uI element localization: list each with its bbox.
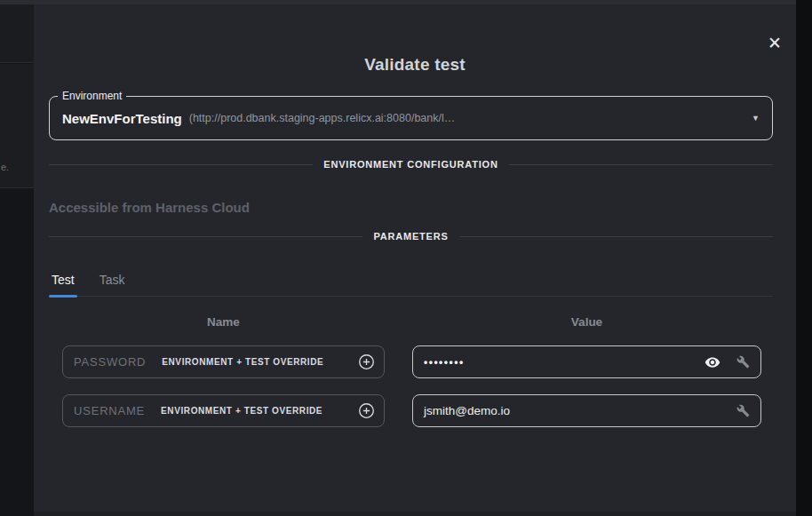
- divider-line: [459, 236, 773, 237]
- close-icon[interactable]: ✕: [762, 30, 787, 55]
- parameters-heading: PARAMETERS: [373, 231, 448, 242]
- password-name-field[interactable]: PASSWORD ENVIRONMENT + TEST OVERRIDE: [62, 345, 385, 378]
- table-row-username: USERNAME ENVIRONMENT + TEST OVERRIDE jsm…: [34, 394, 796, 427]
- username-name-field[interactable]: USERNAME ENVIRONMENT + TEST OVERRIDE: [62, 394, 385, 427]
- divider-line: [49, 164, 313, 165]
- chevron-down-icon[interactable]: ▼: [752, 115, 760, 123]
- tab-task[interactable]: Task: [97, 271, 128, 296]
- parameter-tabs: Test Task: [49, 271, 773, 297]
- wrench-icon[interactable]: [736, 355, 750, 369]
- override-badge: ENVIRONMENT + TEST OVERRIDE: [162, 357, 323, 367]
- accessible-note: Accessible from Harness Cloud: [49, 200, 250, 215]
- table-row-password: PASSWORD ENVIRONMENT + TEST OVERRIDE •••…: [34, 345, 796, 378]
- column-header-value: Value: [412, 315, 761, 329]
- environment-select[interactable]: Environment NewEnvForTesting (http://pro…: [49, 96, 773, 140]
- environment-field-label: Environment: [58, 90, 126, 102]
- column-header-name: Name: [62, 315, 385, 329]
- window-right-edge: [796, 0, 812, 516]
- password-value-field[interactable]: ••••••••: [412, 345, 761, 378]
- parameters-divider: PARAMETERS: [49, 231, 773, 242]
- password-masked-value: ••••••••: [424, 356, 465, 369]
- divider-line: [49, 236, 362, 237]
- validate-test-dialog: ✕ Validate test Environment NewEnvForTes…: [34, 4, 796, 512]
- add-circle-icon[interactable]: [358, 353, 375, 370]
- background-truncated-text: e.: [1, 162, 9, 172]
- environment-configuration-heading: ENVIRONMENT CONFIGURATION: [323, 159, 498, 170]
- environment-name: NewEnvForTesting: [62, 111, 182, 126]
- background-page-left-edge: e.: [0, 4, 34, 516]
- username-value-field[interactable]: jsmith@demo.io: [412, 394, 761, 427]
- background-panel-block: e.: [0, 64, 34, 188]
- show-password-eye-icon[interactable]: [705, 354, 720, 370]
- username-value: jsmith@demo.io: [424, 404, 510, 417]
- window-bottom-strip: [34, 512, 796, 516]
- background-header-block: [0, 4, 34, 63]
- wrench-icon[interactable]: [736, 404, 750, 417]
- override-badge: ENVIRONMENT + TEST OVERRIDE: [161, 406, 322, 416]
- add-circle-icon[interactable]: [358, 402, 375, 419]
- tab-test[interactable]: Test: [49, 271, 77, 296]
- environment-configuration-divider: ENVIRONMENT CONFIGURATION: [49, 159, 773, 170]
- divider-line: [509, 164, 773, 165]
- environment-url: (http://prod.dbank.staging-apps.relicx.a…: [189, 112, 455, 124]
- parameter-name: USERNAME: [74, 404, 145, 417]
- dialog-title: Validate test: [34, 55, 796, 75]
- parameter-name: PASSWORD: [74, 355, 146, 369]
